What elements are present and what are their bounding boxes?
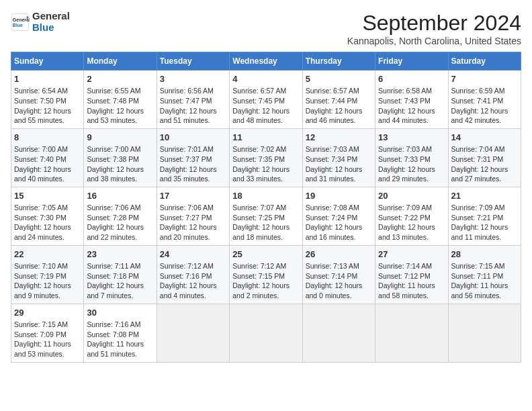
- day-number: 12: [306, 132, 372, 144]
- calendar-cell: 22Sunrise: 7:10 AMSunset: 7:19 PMDayligh…: [11, 245, 84, 304]
- sunset-text: Sunset: 7:35 PM: [232, 155, 285, 163]
- sunset-text: Sunset: 7:28 PM: [87, 214, 139, 222]
- day-number: 5: [306, 73, 372, 85]
- calendar-cell: 16Sunrise: 7:06 AMSunset: 7:28 PMDayligh…: [84, 187, 157, 245]
- sunrise-text: Sunrise: 7:02 AM: [232, 145, 286, 153]
- daylight-text: Daylight: 12 hours and 42 minutes.: [451, 107, 508, 125]
- calendar-cell: 3Sunrise: 6:56 AMSunset: 7:47 PMDaylight…: [157, 71, 229, 129]
- day-number: 30: [87, 307, 153, 319]
- calendar-cell: 25Sunrise: 7:12 AMSunset: 7:15 PMDayligh…: [230, 245, 302, 304]
- sunrise-text: Sunrise: 6:56 AM: [160, 87, 214, 95]
- header-sunday: Sunday: [11, 52, 84, 71]
- daylight-text: Daylight: 12 hours and 16 minutes.: [306, 223, 363, 241]
- calendar-cell: [375, 304, 448, 362]
- sunset-text: Sunset: 7:40 PM: [14, 155, 66, 163]
- sunrise-text: Sunrise: 7:12 AM: [232, 262, 286, 270]
- header-tuesday: Tuesday: [157, 52, 229, 71]
- daylight-text: Daylight: 12 hours and 31 minutes.: [306, 165, 363, 183]
- calendar-cell: 19Sunrise: 7:08 AMSunset: 7:24 PMDayligh…: [302, 187, 375, 245]
- sunset-text: Sunset: 7:41 PM: [451, 97, 504, 105]
- calendar-cell: 2Sunrise: 6:55 AMSunset: 7:48 PMDaylight…: [84, 71, 157, 129]
- daylight-text: Daylight: 11 hours and 58 minutes.: [378, 281, 435, 300]
- calendar-cell: 6Sunrise: 6:58 AMSunset: 7:43 PMDaylight…: [375, 71, 448, 129]
- day-number: 15: [14, 190, 81, 202]
- sunset-text: Sunset: 7:22 PM: [378, 214, 431, 222]
- sunrise-text: Sunrise: 7:05 AM: [14, 203, 68, 212]
- calendar-week-row: 8Sunrise: 7:00 AMSunset: 7:40 PMDaylight…: [11, 128, 521, 187]
- calendar-cell: 12Sunrise: 7:03 AMSunset: 7:34 PMDayligh…: [302, 128, 375, 187]
- calendar-cell: 24Sunrise: 7:12 AMSunset: 7:16 PMDayligh…: [157, 245, 229, 304]
- calendar-week-row: 29Sunrise: 7:15 AMSunset: 7:09 PMDayligh…: [11, 304, 521, 362]
- calendar-cell: [302, 304, 375, 362]
- calendar-header-row: Sunday Monday Tuesday Wednesday Thursday…: [11, 52, 521, 71]
- sunset-text: Sunset: 7:19 PM: [14, 272, 66, 280]
- logo-blue: Blue: [32, 22, 70, 34]
- calendar-cell: 1Sunrise: 6:54 AMSunset: 7:50 PMDaylight…: [11, 71, 84, 129]
- sunset-text: Sunset: 7:45 PM: [232, 97, 285, 105]
- sunset-text: Sunset: 7:43 PM: [378, 97, 431, 105]
- day-number: 20: [378, 190, 445, 202]
- day-number: 27: [378, 248, 445, 261]
- sunset-text: Sunset: 7:15 PM: [232, 272, 285, 280]
- sunset-text: Sunset: 7:33 PM: [378, 155, 431, 163]
- day-number: 22: [14, 248, 81, 261]
- daylight-text: Daylight: 12 hours and 48 minutes.: [232, 107, 290, 125]
- sunset-text: Sunset: 7:12 PM: [378, 272, 431, 280]
- calendar-cell: 20Sunrise: 7:09 AMSunset: 7:22 PMDayligh…: [375, 187, 448, 245]
- logo-text: General Blue: [32, 11, 70, 33]
- daylight-text: Daylight: 12 hours and 55 minutes.: [14, 107, 71, 125]
- sunrise-text: Sunrise: 6:57 AM: [232, 87, 286, 95]
- logo-icon: General Blue: [11, 13, 30, 32]
- daylight-text: Daylight: 12 hours and 22 minutes.: [87, 223, 144, 241]
- daylight-text: Daylight: 12 hours and 7 minutes.: [87, 281, 144, 300]
- sunrise-text: Sunrise: 6:58 AM: [378, 87, 432, 95]
- sunrise-text: Sunrise: 7:10 AM: [14, 262, 68, 270]
- sunset-text: Sunset: 7:44 PM: [306, 97, 358, 105]
- calendar-cell: [448, 304, 521, 362]
- daylight-text: Daylight: 12 hours and 0 minutes.: [306, 281, 363, 300]
- calendar-cell: 4Sunrise: 6:57 AMSunset: 7:45 PMDaylight…: [230, 71, 302, 129]
- page-title: September 2024: [347, 11, 521, 36]
- logo: General Blue General Blue: [11, 11, 70, 33]
- day-number: 26: [306, 248, 372, 261]
- day-number: 17: [160, 190, 226, 202]
- daylight-text: Daylight: 12 hours and 46 minutes.: [306, 107, 363, 125]
- calendar-cell: 23Sunrise: 7:11 AMSunset: 7:18 PMDayligh…: [84, 245, 157, 304]
- sunrise-text: Sunrise: 7:00 AM: [14, 145, 68, 153]
- sunset-text: Sunset: 7:08 PM: [87, 330, 139, 338]
- svg-text:Blue: Blue: [13, 23, 23, 28]
- day-number: 6: [378, 73, 445, 85]
- sunrise-text: Sunrise: 7:09 AM: [378, 203, 432, 212]
- sunset-text: Sunset: 7:24 PM: [306, 214, 358, 222]
- sunrise-text: Sunrise: 7:06 AM: [160, 203, 214, 212]
- sunrise-text: Sunrise: 6:54 AM: [14, 87, 68, 95]
- sunset-text: Sunset: 7:38 PM: [87, 155, 139, 163]
- day-number: 10: [160, 132, 226, 144]
- day-number: 3: [160, 73, 226, 85]
- sunrise-text: Sunrise: 7:06 AM: [87, 203, 140, 212]
- sunset-text: Sunset: 7:47 PM: [160, 97, 212, 105]
- calendar-week-row: 22Sunrise: 7:10 AMSunset: 7:19 PMDayligh…: [11, 245, 521, 304]
- day-number: 14: [451, 132, 518, 144]
- calendar-cell: 8Sunrise: 7:00 AMSunset: 7:40 PMDaylight…: [11, 128, 84, 187]
- daylight-text: Daylight: 12 hours and 13 minutes.: [378, 223, 435, 241]
- day-number: 19: [306, 190, 372, 202]
- calendar-cell: 14Sunrise: 7:04 AMSunset: 7:31 PMDayligh…: [448, 128, 521, 187]
- calendar-cell: [157, 304, 229, 362]
- calendar-week-row: 15Sunrise: 7:05 AMSunset: 7:30 PMDayligh…: [11, 187, 521, 245]
- header-friday: Friday: [375, 52, 448, 71]
- daylight-text: Daylight: 12 hours and 29 minutes.: [378, 165, 435, 183]
- day-number: 24: [160, 248, 226, 261]
- daylight-text: Daylight: 11 hours and 51 minutes.: [87, 340, 144, 358]
- calendar-cell: 15Sunrise: 7:05 AMSunset: 7:30 PMDayligh…: [11, 187, 84, 245]
- sunset-text: Sunset: 7:50 PM: [14, 97, 66, 105]
- calendar-cell: 11Sunrise: 7:02 AMSunset: 7:35 PMDayligh…: [230, 128, 302, 187]
- sunrise-text: Sunrise: 7:12 AM: [160, 262, 214, 270]
- sunset-text: Sunset: 7:16 PM: [160, 272, 212, 280]
- logo-general: General: [32, 11, 70, 22]
- day-number: 4: [232, 73, 299, 85]
- sunrise-text: Sunrise: 6:55 AM: [87, 87, 140, 95]
- day-number: 8: [14, 132, 81, 144]
- header-saturday: Saturday: [448, 52, 521, 71]
- sunrise-text: Sunrise: 7:15 AM: [14, 320, 68, 328]
